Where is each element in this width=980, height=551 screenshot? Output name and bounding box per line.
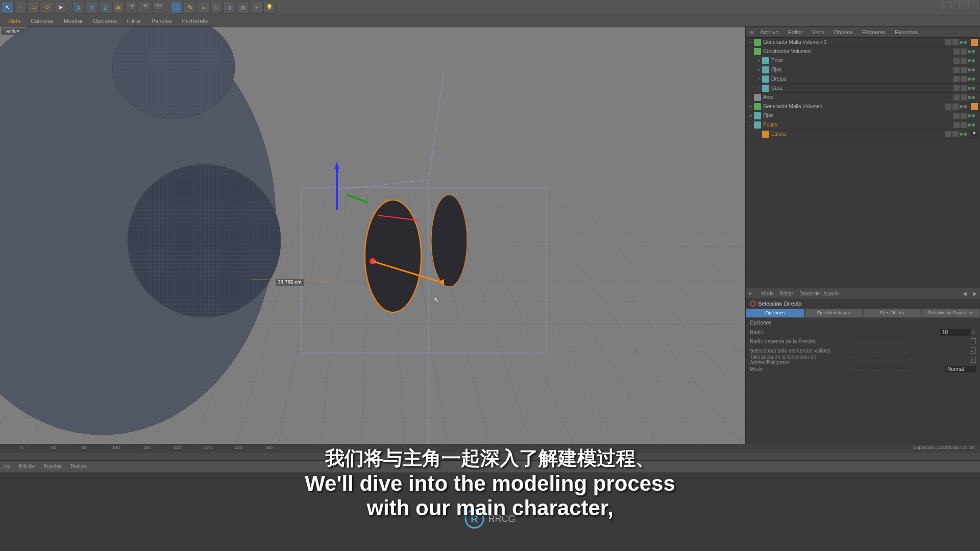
expand-icon[interactable]: - bbox=[748, 40, 754, 45]
visibility-dot[interactable] bbox=[972, 78, 975, 81]
tree-row-generador-malla-volumen[interactable]: +Generador Malla Volumen bbox=[746, 102, 980, 111]
attr-menu-datos[interactable]: Datos de Usuario bbox=[799, 291, 839, 296]
tool-cam1[interactable]: 🎬 bbox=[126, 2, 138, 14]
bottom-ivo[interactable]: ivo bbox=[4, 464, 11, 469]
menu-paneles[interactable]: Paneles bbox=[146, 16, 177, 26]
attr-checkbox[interactable] bbox=[970, 347, 976, 354]
visibility-dot[interactable] bbox=[972, 123, 975, 127]
visibility-dot[interactable] bbox=[968, 123, 971, 127]
layer-check[interactable] bbox=[945, 104, 951, 110]
layer-check[interactable] bbox=[953, 67, 960, 73]
expand-icon[interactable]: + bbox=[756, 86, 762, 91]
viewport-3d[interactable]: ectiva bbox=[0, 27, 745, 444]
attr-nav-next[interactable]: ▶ bbox=[973, 291, 977, 296]
obj-menu-favoritos[interactable]: Favoritos bbox=[891, 28, 922, 36]
expand-icon[interactable]: - bbox=[748, 49, 754, 54]
layer-check[interactable] bbox=[953, 122, 960, 128]
tree-row-pupils[interactable]: -Pupils bbox=[746, 120, 980, 130]
object-name[interactable]: Boca bbox=[771, 58, 953, 63]
layer-check[interactable] bbox=[953, 76, 960, 82]
expand-icon[interactable]: + bbox=[756, 77, 762, 82]
layer-check[interactable] bbox=[953, 94, 960, 101]
tree-row-esfera[interactable]: Esfera✕ bbox=[746, 130, 980, 139]
visibility-dot[interactable] bbox=[960, 41, 963, 44]
tree-row-cara[interactable]: +Cara bbox=[746, 84, 980, 93]
tree-row-generador-malla-volumen-1[interactable]: -Generador Malla Volumen.1 bbox=[746, 38, 980, 47]
layer-check[interactable] bbox=[961, 76, 967, 82]
expand-icon[interactable]: + bbox=[748, 113, 754, 118]
tool-deform[interactable]: ⊞ bbox=[250, 2, 262, 14]
object-name[interactable]: Generador Malla Volumen bbox=[763, 104, 945, 109]
tool-select[interactable]: ↖ bbox=[1, 2, 13, 14]
object-name[interactable]: Esfera bbox=[771, 131, 945, 137]
obj-menu-etiquetas[interactable]: Etiquetas bbox=[858, 28, 890, 36]
visibility-dot[interactable] bbox=[960, 105, 963, 108]
tool-sphere[interactable]: ● bbox=[197, 2, 209, 14]
vp-icon-1[interactable] bbox=[942, 1, 950, 9]
visibility-dot[interactable] bbox=[960, 133, 963, 136]
tool-refresh[interactable]: ⟳ bbox=[41, 2, 53, 14]
layer-check[interactable] bbox=[953, 85, 960, 91]
tool-light[interactable]: 💡 bbox=[263, 2, 276, 14]
layer-check[interactable] bbox=[945, 39, 951, 45]
menu-filtrar[interactable]: Filtrar bbox=[122, 16, 146, 26]
layer-check[interactable] bbox=[953, 48, 960, 55]
attr-menu-modo[interactable]: Modo bbox=[761, 291, 774, 296]
visibility-dot[interactable] bbox=[972, 87, 975, 90]
object-name[interactable]: Arco bbox=[763, 94, 953, 100]
visibility-dot[interactable] bbox=[972, 59, 975, 62]
visibility-dot[interactable] bbox=[964, 133, 967, 136]
visibility-dot[interactable] bbox=[968, 114, 971, 117]
attr-tab-subdivision[interactable]: Subdivisión Superficie bbox=[921, 309, 980, 318]
visibility-dot[interactable] bbox=[968, 68, 971, 71]
menu-prorender[interactable]: ProRender bbox=[177, 16, 214, 26]
visibility-dot[interactable] bbox=[968, 96, 971, 99]
object-name[interactable]: Cara bbox=[771, 85, 953, 91]
phong-tag-icon[interactable] bbox=[971, 103, 978, 110]
object-name[interactable]: Orejas bbox=[771, 76, 953, 82]
attr-tab-ejes-objeto[interactable]: Ejes Objeto bbox=[863, 309, 922, 318]
layer-check[interactable] bbox=[952, 131, 959, 137]
obj-menu-editar[interactable]: Editar bbox=[784, 28, 807, 36]
tool-pen[interactable]: ✎ bbox=[184, 2, 196, 14]
layer-check[interactable] bbox=[952, 39, 959, 45]
visibility-dot[interactable] bbox=[968, 87, 971, 90]
bottom-funcion[interactable]: Función bbox=[44, 464, 62, 469]
layer-check[interactable] bbox=[952, 104, 959, 110]
layer-check[interactable] bbox=[961, 58, 967, 64]
tool-cam3[interactable]: 🎬 bbox=[152, 2, 164, 14]
axis-z-button[interactable]: Z bbox=[99, 2, 111, 14]
attr-tab-opciones[interactable]: Opciones bbox=[746, 309, 804, 318]
visibility-dot[interactable] bbox=[972, 68, 975, 71]
tool-grid[interactable]: ▦ bbox=[237, 2, 249, 14]
axis-y-button[interactable]: Y bbox=[86, 2, 98, 14]
layer-check[interactable] bbox=[961, 122, 967, 128]
tree-row-orejas[interactable]: +Orejas bbox=[746, 74, 980, 84]
object-name[interactable]: Ojos bbox=[763, 113, 953, 118]
expand-icon[interactable]: + bbox=[756, 67, 762, 72]
tool-rect[interactable]: ▭ bbox=[28, 2, 40, 14]
object-name[interactable]: Generador Malla Volumen.1 bbox=[763, 39, 945, 45]
tool-plus[interactable]: + bbox=[14, 2, 27, 14]
menu-mostrar[interactable]: Mostrar bbox=[59, 16, 88, 26]
obj-menu-visor[interactable]: Visor bbox=[807, 28, 828, 36]
layer-check[interactable] bbox=[961, 113, 967, 119]
object-name[interactable]: Pupils bbox=[763, 122, 953, 128]
attr-nav-prev[interactable]: ◀ bbox=[963, 291, 967, 296]
attr-checkbox[interactable] bbox=[970, 357, 976, 363]
tag-icon[interactable]: ✕ bbox=[971, 131, 978, 138]
visibility-dot[interactable] bbox=[972, 114, 975, 117]
tool-cam2[interactable]: 🎬 bbox=[139, 2, 151, 14]
layer-check[interactable] bbox=[953, 58, 960, 64]
tree-row-constructor-volumen[interactable]: -Constructor Volumen bbox=[746, 47, 980, 56]
visibility-dot[interactable] bbox=[964, 41, 967, 44]
layer-check[interactable] bbox=[961, 48, 967, 55]
layer-check[interactable] bbox=[945, 131, 951, 137]
vp-icon-2[interactable] bbox=[951, 1, 960, 9]
menu-vista[interactable]: Vista bbox=[3, 16, 26, 26]
tool-torus[interactable]: ◎ bbox=[210, 2, 223, 14]
expand-icon[interactable]: - bbox=[748, 122, 754, 128]
object-tree[interactable]: -Generador Malla Volumen.1-Constructor V… bbox=[746, 38, 980, 288]
visibility-dot[interactable] bbox=[968, 78, 971, 81]
object-name[interactable]: Constructor Volumen bbox=[763, 48, 953, 54]
